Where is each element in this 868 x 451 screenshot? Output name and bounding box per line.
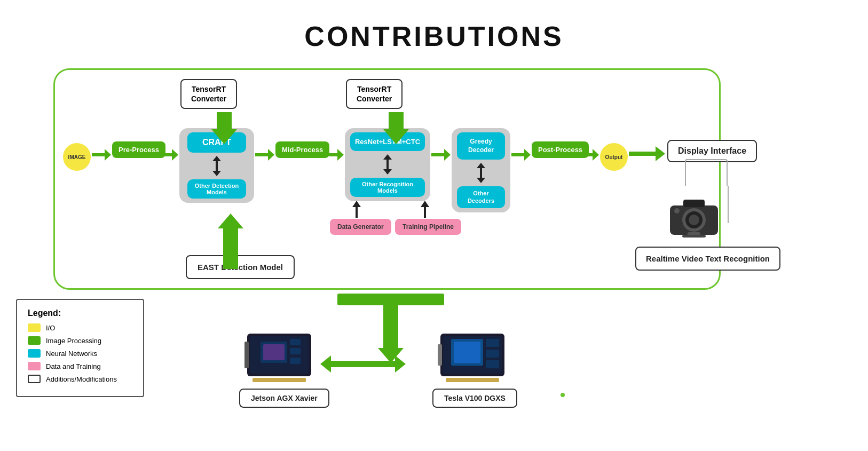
data-generator-node: Data Generator — [330, 219, 391, 235]
other-decoders-node: Other Decoders — [457, 186, 505, 208]
preprocess-node: Pre-Process — [112, 141, 165, 158]
svg-rect-24 — [438, 344, 442, 366]
legend-label-data: Data and Training — [46, 362, 101, 370]
arrow-postprocess-output — [580, 149, 599, 161]
tesla-board-icon — [438, 331, 507, 386]
camera-icon — [667, 192, 721, 240]
other-recognition-node: Other Recognition Models — [350, 178, 425, 197]
image-node: IMAGE — [63, 143, 91, 171]
svg-rect-13 — [290, 348, 301, 354]
legend-label-additions: Additions/Modifications — [46, 375, 117, 383]
arrow-resnet-greedy — [431, 149, 451, 161]
legend-item-image: Image Processing — [28, 336, 132, 345]
svg-rect-12 — [290, 339, 301, 345]
dbl-arrow-horizontal — [320, 355, 406, 373]
full-page: CONTRIBUTIONS IMAGE Pre-Process CRAFT Ot… — [0, 0, 868, 451]
legend-item-neural: Neural Networks — [28, 349, 132, 358]
tesla-label-box: Tesla V100 DGXS — [432, 389, 517, 408]
svg-point-3 — [689, 215, 699, 225]
dot-marker — [561, 393, 565, 397]
display-vertical-line — [728, 186, 729, 223]
legend-label-io: I/O — [46, 324, 55, 332]
greedy-node: Greedy Decoder — [457, 132, 505, 160]
output-label: Output — [605, 154, 623, 160]
arrow-datagen-up — [352, 201, 361, 218]
display-bracket-line — [685, 159, 728, 186]
legend-color-neural — [28, 349, 41, 358]
page-title: CONTRIBUTIONS — [0, 5, 868, 62]
legend-item-io: I/O — [28, 323, 132, 332]
svg-rect-21 — [486, 339, 499, 347]
arrow-training-up — [421, 201, 429, 218]
jetson-label-box: Jetson AGX Xavier — [239, 389, 329, 408]
arrow-east-up — [218, 213, 243, 269]
arrow-craft-midprocess — [255, 149, 274, 161]
arrow-preprocess-craft — [159, 149, 178, 161]
svg-rect-4 — [683, 200, 705, 207]
legend-color-additions — [28, 375, 41, 383]
legend-color-data — [28, 362, 41, 370]
training-pipeline-node: Training Pipeline — [395, 219, 461, 235]
svg-rect-6 — [682, 235, 706, 238]
jetson-board-icon — [244, 331, 314, 386]
big-down-arrow — [337, 294, 444, 363]
arrow-output-display — [629, 146, 665, 161]
greedy-dbl-arrow — [477, 163, 485, 183]
midprocess-node: Mid-Process — [275, 141, 329, 158]
tensorrt1-label: TensorRT Converter — [191, 85, 226, 103]
legend-color-image — [28, 336, 41, 345]
svg-rect-25 — [446, 378, 499, 382]
svg-rect-16 — [252, 378, 306, 382]
output-node: Output — [600, 143, 628, 171]
legend-item-additions: Additions/Modifications — [28, 375, 132, 383]
svg-rect-11 — [263, 344, 285, 360]
svg-rect-23 — [486, 360, 499, 368]
legend-box: Legend: I/O Image Processing Neural Netw… — [16, 299, 144, 397]
arrow-greedy-postprocess — [511, 149, 531, 161]
svg-rect-14 — [290, 358, 301, 364]
tensorrt2-label: TensorRT Converter — [357, 85, 392, 103]
craft-dbl-arrow — [212, 156, 221, 176]
legend-title: Legend: — [28, 308, 132, 318]
legend-color-io — [28, 323, 41, 332]
svg-rect-22 — [486, 350, 499, 358]
legend-label-neural: Neural Networks — [46, 350, 97, 358]
legend-label-image: Image Processing — [46, 337, 101, 345]
tensorrt1-box: TensorRT Converter — [180, 79, 237, 109]
svg-rect-15 — [244, 342, 249, 368]
legend-item-data: Data and Training — [28, 362, 132, 370]
image-label: IMAGE — [68, 154, 86, 160]
greedy-group: Greedy Decoder Other Decoders — [452, 128, 510, 212]
other-detection-node: Other Detection Models — [187, 179, 246, 199]
svg-rect-20 — [454, 342, 480, 363]
realtime-video-box: Realtime Video Text Recognition — [635, 247, 780, 271]
resnet-dbl-arrow — [383, 154, 392, 175]
tensorrt2-arrow — [383, 112, 409, 144]
arrow-image-preprocess — [92, 149, 111, 161]
arrow-midprocess-resnet — [325, 149, 344, 161]
tensorrt2-box: TensorRT Converter — [346, 79, 403, 109]
svg-point-7 — [674, 208, 680, 213]
tensorrt1-arrow — [211, 112, 237, 144]
